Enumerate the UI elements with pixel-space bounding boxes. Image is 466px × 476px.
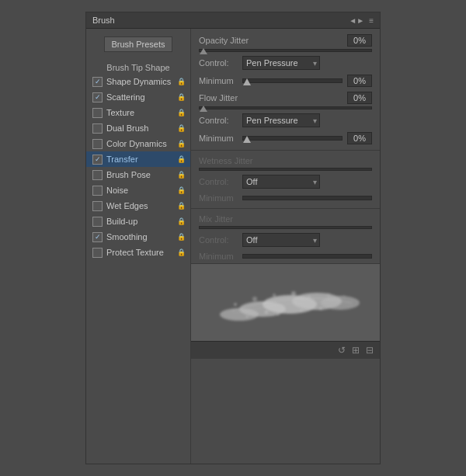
minimum1-slider[interactable] bbox=[242, 78, 343, 83]
checkbox-texture[interactable] bbox=[92, 108, 103, 118]
checkbox-wet-edges[interactable] bbox=[92, 201, 103, 211]
control3-select-wrapper: Off Fade Pen Pressure Pen Tilt Stylus Wh… bbox=[242, 175, 320, 189]
flow-jitter-row: Flow Jitter 0% bbox=[191, 89, 380, 106]
flow-jitter-slider[interactable] bbox=[199, 106, 372, 109]
brush-tip-shape-label: Brush Tip Shape bbox=[86, 61, 190, 74]
minimum1-label: Minimum bbox=[199, 76, 238, 85]
control4-select-wrapper: Off Fade Pen Pressure Pen Tilt Stylus Wh… bbox=[242, 233, 320, 247]
lock-icon-transfer: 🔒 bbox=[177, 155, 186, 163]
wetness-jitter-label: Wetness Jitter bbox=[199, 156, 253, 165]
checkbox-smoothing[interactable] bbox=[92, 232, 103, 242]
checkbox-color-dynamics[interactable] bbox=[92, 139, 103, 149]
control1-row: Control: Pen Pressure Off Fade Pen Tilt … bbox=[191, 54, 380, 72]
panel-body: Brush Presets Brush Tip Shape Shape Dyna… bbox=[86, 29, 380, 464]
control4-row: Control: Off Fade Pen Pressure Pen Tilt … bbox=[191, 231, 380, 249]
control4-select[interactable]: Off Fade Pen Pressure Pen Tilt Stylus Wh… bbox=[242, 233, 320, 247]
sidebar-item-smoothing[interactable]: Smoothing 🔒 bbox=[86, 229, 190, 245]
sidebar-item-color-dynamics[interactable]: Color Dynamics 🔒 bbox=[86, 136, 190, 151]
sidebar-label-noise: Noise bbox=[106, 186, 175, 195]
divider2 bbox=[191, 208, 380, 209]
brush-presets-button[interactable]: Brush Presets bbox=[104, 36, 172, 52]
minimum2-handle[interactable] bbox=[243, 136, 251, 143]
sidebar-item-protect-texture[interactable]: Protect Texture 🔒 bbox=[86, 245, 190, 260]
sidebar-item-scattering[interactable]: Scattering 🔒 bbox=[86, 89, 190, 105]
mix-jitter-slider[interactable] bbox=[199, 226, 372, 229]
minimum4-slider[interactable] bbox=[242, 254, 372, 259]
sidebar-item-buildup[interactable]: Build-up 🔒 bbox=[86, 214, 190, 229]
lock-icon-texture: 🔒 bbox=[177, 109, 186, 116]
checkbox-scattering[interactable] bbox=[92, 92, 103, 102]
sidebar-item-wet-edges[interactable]: Wet Edges 🔒 bbox=[86, 198, 190, 214]
lock-icon-shape-dynamics: 🔒 bbox=[177, 78, 186, 85]
svg-point-13 bbox=[265, 311, 268, 314]
mix-jitter-label: Mix Jitter bbox=[199, 214, 233, 224]
lock-icon-noise: 🔒 bbox=[177, 186, 186, 194]
checkbox-shape-dynamics[interactable] bbox=[92, 77, 103, 87]
minimum2-slider[interactable] bbox=[242, 136, 343, 141]
control2-select[interactable]: Pen Pressure Off Fade Pen Tilt Stylus Wh… bbox=[242, 113, 320, 127]
sidebar-item-brush-pose[interactable]: Brush Pose 🔒 bbox=[86, 167, 190, 182]
sidebar-header: Brush Presets bbox=[86, 33, 190, 61]
minimum2-value: 0% bbox=[347, 132, 372, 144]
sidebar-label-smoothing: Smoothing bbox=[106, 232, 175, 241]
control3-row: Control: Off Fade Pen Pressure Pen Tilt … bbox=[191, 172, 380, 191]
panel-title: Brush bbox=[92, 16, 115, 25]
svg-point-7 bbox=[273, 294, 276, 297]
sidebar: Brush Presets Brush Tip Shape Shape Dyna… bbox=[86, 29, 191, 464]
svg-point-14 bbox=[276, 313, 279, 315]
flow-jitter-slider-handle[interactable] bbox=[200, 106, 207, 112]
sidebar-label-dual-brush: Dual Brush bbox=[106, 123, 175, 133]
lock-icon-protect-texture: 🔒 bbox=[177, 248, 186, 256]
opacity-jitter-row: Opacity Jitter 0% bbox=[191, 32, 380, 49]
minimum4-label: Minimum bbox=[199, 252, 238, 261]
sidebar-item-dual-brush[interactable]: Dual Brush 🔒 bbox=[86, 120, 190, 136]
flow-jitter-label: Flow Jitter bbox=[199, 93, 238, 102]
sidebar-item-shape-dynamics[interactable]: Shape Dynamics 🔒 bbox=[86, 74, 190, 89]
content-panel: Opacity Jitter 0% Control: Pen Pressure … bbox=[191, 29, 380, 464]
wetness-jitter-slider[interactable] bbox=[199, 168, 372, 171]
collapse-icon[interactable]: ◄► bbox=[349, 16, 364, 25]
control3-select[interactable]: Off Fade Pen Pressure Pen Tilt Stylus Wh… bbox=[242, 175, 320, 189]
checkbox-brush-pose[interactable] bbox=[92, 170, 103, 180]
svg-point-12 bbox=[245, 315, 248, 318]
brush-preview-area bbox=[191, 263, 380, 341]
grid-icon[interactable]: ⊞ bbox=[352, 345, 360, 356]
checkbox-noise[interactable] bbox=[92, 186, 103, 196]
checkbox-protect-texture[interactable] bbox=[92, 248, 103, 258]
svg-point-15 bbox=[300, 309, 302, 311]
minimum3-slider[interactable] bbox=[242, 196, 372, 200]
control2-row: Control: Pen Pressure Off Fade Pen Tilt … bbox=[191, 111, 380, 130]
minimum2-label: Minimum bbox=[199, 134, 238, 143]
sidebar-item-transfer[interactable]: Transfer 🔒 bbox=[86, 151, 190, 167]
opacity-jitter-slider[interactable] bbox=[199, 49, 372, 52]
control4-label: Control: bbox=[199, 235, 238, 245]
control1-label: Control: bbox=[199, 58, 238, 68]
recycle-icon[interactable]: ↺ bbox=[338, 345, 346, 356]
minimum3-row: Minimum bbox=[191, 191, 380, 205]
minimum2-row: Minimum 0% bbox=[191, 130, 380, 147]
mix-jitter-row: Mix Jitter bbox=[191, 212, 380, 226]
svg-point-4 bbox=[321, 296, 360, 310]
sidebar-item-noise[interactable]: Noise 🔒 bbox=[86, 182, 190, 198]
sidebar-label-shape-dynamics: Shape Dynamics bbox=[106, 77, 175, 86]
control3-label: Control: bbox=[199, 177, 238, 186]
panel-controls: ◄► ≡ bbox=[349, 16, 374, 25]
checkbox-dual-brush[interactable] bbox=[92, 123, 103, 134]
lock-icon-buildup: 🔒 bbox=[177, 217, 186, 225]
checkbox-buildup[interactable] bbox=[92, 217, 103, 227]
save-icon[interactable]: ⊟ bbox=[366, 345, 374, 356]
sidebar-label-wet-edges: Wet Edges bbox=[106, 201, 175, 210]
lock-icon-color-dynamics: 🔒 bbox=[177, 140, 186, 148]
sidebar-item-texture[interactable]: Texture 🔒 bbox=[86, 105, 190, 120]
lock-icon-brush-pose: 🔒 bbox=[177, 171, 186, 179]
control2-label: Control: bbox=[199, 116, 238, 125]
sidebar-label-texture: Texture bbox=[106, 108, 175, 117]
minimum1-handle[interactable] bbox=[243, 78, 251, 85]
sidebar-label-buildup: Build-up bbox=[106, 217, 175, 226]
minimum1-row: Minimum 0% bbox=[191, 72, 380, 89]
menu-icon[interactable]: ≡ bbox=[369, 16, 374, 25]
checkbox-transfer[interactable] bbox=[92, 155, 103, 165]
control1-select[interactable]: Pen Pressure Off Fade Pen Tilt Stylus Wh… bbox=[242, 56, 320, 70]
opacity-jitter-slider-handle[interactable] bbox=[200, 48, 207, 54]
panel-titlebar: Brush ◄► ≡ bbox=[86, 12, 380, 29]
